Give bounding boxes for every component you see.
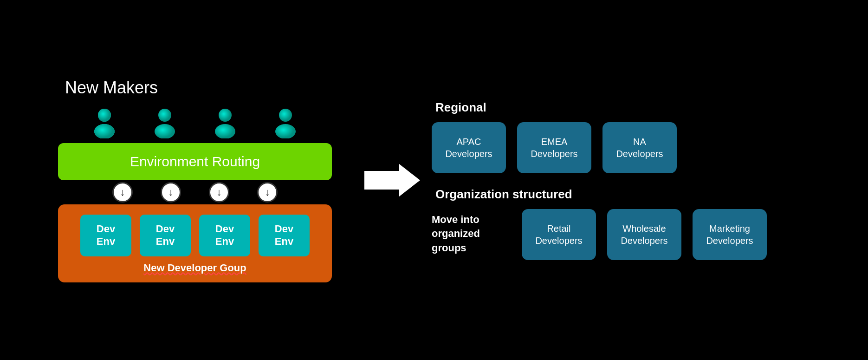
people-row (88, 106, 302, 138)
svg-point-7 (215, 124, 235, 138)
org-title: Organization structured (435, 187, 840, 202)
down-arrow-3: ↓ (209, 182, 229, 203)
dev-group-box: DevEnv DevEnv DevEnv DevEnv New Develope… (58, 204, 332, 282)
svg-point-5 (155, 124, 175, 138)
down-arrow-2: ↓ (161, 182, 181, 203)
routing-box: Environment Routing (58, 143, 332, 180)
regional-section: Regional APACDevelopers EMEADevelopers N… (432, 100, 840, 173)
marketing-card: MarketingDevelopers (693, 209, 767, 260)
org-section: Organization structured Move intoorganiz… (432, 187, 840, 260)
dev-env-2: DevEnv (140, 215, 191, 256)
new-makers-label: New Makers (65, 78, 158, 98)
svg-point-8 (279, 109, 292, 122)
apac-card: APACDevelopers (432, 122, 506, 173)
dev-group-label: New Developer Goup (143, 262, 246, 274)
bottom-row: Move intoorganizedgroups RetailDeveloper… (432, 209, 840, 260)
org-cards-row: RetailDevelopers WholesaleDevelopers Mar… (522, 209, 767, 260)
dev-env-4: DevEnv (259, 215, 310, 256)
person-icon-4 (269, 106, 302, 138)
emea-card: EMEADevelopers (517, 122, 591, 173)
right-arrow-icon (364, 162, 420, 199)
svg-point-3 (94, 124, 115, 138)
dev-env-1: DevEnv (80, 215, 131, 256)
retail-card: RetailDevelopers (522, 209, 596, 260)
dev-envs-row: DevEnv DevEnv DevEnv DevEnv (80, 215, 310, 256)
move-label: Move intoorganizedgroups (432, 209, 511, 255)
svg-point-2 (98, 109, 111, 122)
down-arrow-4: ↓ (257, 182, 278, 203)
dev-env-3: DevEnv (199, 215, 250, 256)
right-section: Regional APACDevelopers EMEADevelopers N… (422, 100, 840, 260)
person-icon-2 (149, 106, 181, 138)
left-section: New Makers (28, 78, 362, 282)
svg-point-9 (275, 124, 296, 138)
regional-title: Regional (435, 100, 840, 115)
big-arrow (362, 162, 422, 199)
svg-marker-10 (364, 164, 420, 196)
wholesale-card: WholesaleDevelopers (607, 209, 681, 260)
svg-point-4 (158, 109, 171, 122)
main-diagram: New Makers (0, 0, 868, 360)
down-arrow-1: ↓ (112, 182, 133, 203)
person-icon-1 (88, 106, 121, 138)
arrows-row: ↓ ↓ ↓ ↓ (112, 182, 278, 203)
person-icon-3 (209, 106, 241, 138)
svg-point-6 (219, 109, 232, 122)
regional-cards-row: APACDevelopers EMEADevelopers NADevelope… (432, 122, 840, 173)
na-card: NADevelopers (602, 122, 677, 173)
